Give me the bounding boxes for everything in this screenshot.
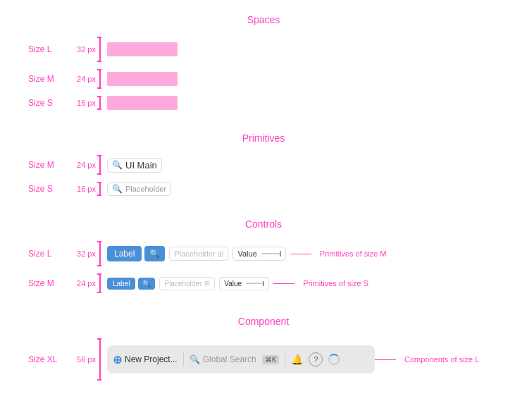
spaces-section: Spaces Size L 32 px Size M 24 px <box>28 14 499 110</box>
primitives-row-s: Size S 16 px 🔍 Placeholder <box>28 182 499 196</box>
size-m-label: Size M <box>28 74 70 84</box>
prim-size-s-px: 16 px <box>70 185 96 193</box>
label-btn-m[interactable]: Label <box>107 278 135 290</box>
toolbar-search[interactable]: 🔍 Global Search <box>190 354 256 364</box>
grid-icon-l: ⊞ <box>218 250 223 258</box>
ctrl-m-bracket <box>99 273 101 293</box>
size-m-px: 24 px <box>70 75 96 83</box>
ctrl-l-annotation-text: Primitives of size M <box>320 249 387 258</box>
keyboard-shortcut: ⌘K <box>262 355 280 364</box>
size-l-px: 32 px <box>70 45 96 54</box>
prim-s-bracket <box>99 182 101 196</box>
grid-icon-m: ⊞ <box>204 280 210 287</box>
primitives-section: Primitives Size M 24 px 🔍 UI Main Size S… <box>28 132 499 196</box>
value-text-l: Value <box>237 249 256 258</box>
ctrl-l-annotation: Primitives of size M <box>290 249 387 258</box>
size-s-px: 16 px <box>70 99 96 107</box>
search-icon-m: 🔍 <box>112 160 123 170</box>
primitives-title: Primitives <box>28 132 499 144</box>
primitives-row-m: Size M 24 px 🔍 UI Main <box>28 155 499 175</box>
ctrl-size-l-label: Size L <box>28 249 70 259</box>
placeholder-input-l[interactable]: Placeholder ⊞ <box>169 247 228 261</box>
size-l-bracket <box>99 37 101 62</box>
page-container: Spaces Size L 32 px Size M 24 px <box>0 0 527 417</box>
comp-size-xl-px: 56 px <box>70 355 96 364</box>
global-search-text: Global Search <box>203 354 256 364</box>
search-btn-m[interactable]: 🔍 <box>138 278 155 290</box>
primitive-text-m: UI Main <box>125 160 157 171</box>
placeholder-input-m[interactable]: Placeholder ⊞ <box>159 277 215 290</box>
primitive-box-s[interactable]: 🔍 Placeholder <box>107 182 171 196</box>
size-l-bar <box>107 42 178 56</box>
search-icon-s: 🔍 <box>112 184 123 194</box>
prim-size-m-px: 24 px <box>70 161 96 169</box>
spaces-row-l: Size L 32 px <box>28 37 499 62</box>
size-m-bar <box>107 72 178 86</box>
plus-circle-icon: ⊕ <box>113 353 122 366</box>
primitive-box-m[interactable]: 🔍 UI Main <box>107 158 162 173</box>
prim-m-bracket <box>99 155 101 175</box>
toolbar-divider-2 <box>285 352 285 366</box>
comp-size-xl-label: Size XL <box>28 354 70 364</box>
primitive-text-s: Placeholder <box>125 185 166 193</box>
value-text-m: Value <box>224 280 242 288</box>
toolbar-new-project[interactable]: ⊕ New Project... <box>113 353 178 366</box>
size-s-bar <box>107 96 178 110</box>
placeholder-text-m: Placeholder <box>164 280 202 288</box>
label-btn-l[interactable]: Label <box>107 246 142 261</box>
comp-xl-annotation-text: Components of size L <box>404 355 479 364</box>
ctrl-size-l-px: 32 px <box>70 249 96 258</box>
prim-size-m-label: Size M <box>28 160 70 170</box>
ctrl-l-bracket <box>99 241 101 266</box>
prim-size-s-label: Size S <box>28 184 70 194</box>
size-s-bracket <box>99 96 101 110</box>
component-title: Component <box>28 316 499 327</box>
controls-title: Controls <box>28 218 499 230</box>
size-s-label: Size S <box>28 98 70 108</box>
component-section: Component Size XL 56 px ⊕ New Project...… <box>28 316 499 381</box>
size-l-label: Size L <box>28 44 70 54</box>
toolbar-divider-1 <box>183 352 184 366</box>
component-row-xl: Size XL 56 px ⊕ New Project... 🔍 Global … <box>28 338 499 381</box>
placeholder-text-l: Placeholder <box>174 249 215 258</box>
value-input-l[interactable]: Value <box>232 247 285 261</box>
new-project-text: New Project... <box>125 354 178 364</box>
search-btn-l[interactable]: 🔍 <box>144 246 165 261</box>
spinner-icon <box>328 354 340 365</box>
spaces-title: Spaces <box>28 14 499 25</box>
spaces-row-m: Size M 24 px <box>28 69 499 89</box>
controls-row-l: Size L 32 px Label 🔍 Placeholder ⊞ Value <box>28 241 499 266</box>
component-toolbar: ⊕ New Project... 🔍 Global Search ⌘K 🔔 ? <box>107 345 375 373</box>
size-m-bracket <box>99 69 101 89</box>
controls-section: Controls Size L 32 px Label 🔍 Placeholde… <box>28 218 499 293</box>
value-input-m[interactable]: Value <box>219 277 269 290</box>
ctrl-size-m-label: Size M <box>28 278 70 288</box>
ctrl-size-m-px: 24 px <box>70 279 96 288</box>
spaces-row-s: Size S 16 px <box>28 96 499 110</box>
comp-xl-annotation: Components of size L <box>375 355 479 364</box>
question-icon[interactable]: ? <box>309 352 323 366</box>
controls-row-m: Size M 24 px Label 🔍 Placeholder ⊞ Value <box>28 273 499 293</box>
ctrl-m-annotation: Primitives of size S <box>273 279 368 288</box>
search-icon-toolbar: 🔍 <box>190 354 200 364</box>
comp-xl-bracket <box>99 338 101 381</box>
ctrl-m-annotation-text: Primitives of size S <box>303 279 368 288</box>
bell-icon[interactable]: 🔔 <box>291 354 303 365</box>
